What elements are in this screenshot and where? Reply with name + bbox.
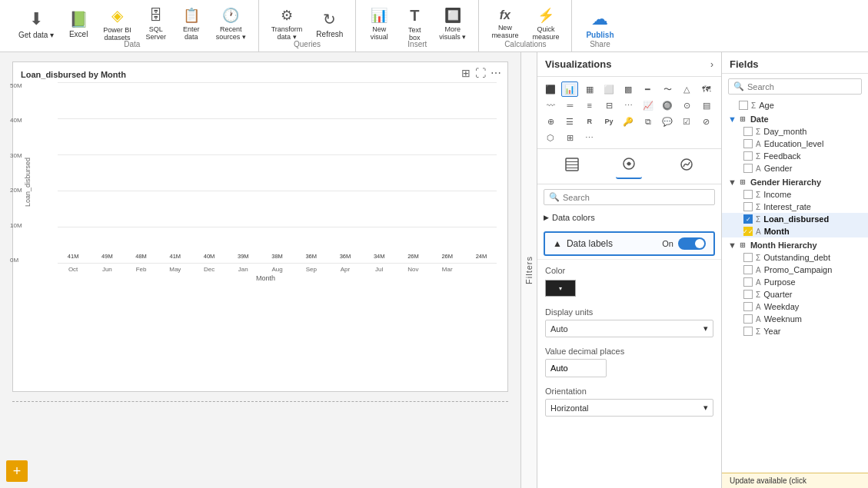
fields-search-box[interactable]: 🔍 xyxy=(728,78,862,95)
viz-icon-18[interactable]: ⊕ xyxy=(542,114,559,129)
field-checkbox-age[interactable] xyxy=(739,101,748,110)
field-checkbox-income[interactable] xyxy=(743,190,753,199)
viz-icon-21[interactable]: Py xyxy=(600,114,617,129)
transform-data-button[interactable]: ⚙ Transformdata ▾ xyxy=(265,5,309,43)
viz-icon-2[interactable]: ▦ xyxy=(581,81,598,97)
field-item-month[interactable]: ✓ A Month xyxy=(722,225,868,237)
field-item-outstanding[interactable]: Σ Outstanding_debt xyxy=(722,251,868,264)
viz-icon-9[interactable]: 〰 xyxy=(542,98,559,113)
viz-search-input[interactable] xyxy=(563,193,710,202)
viz-icon-0[interactable]: ⬛ xyxy=(542,81,559,97)
viz-icon-12[interactable]: ⊟ xyxy=(600,98,617,113)
new-visual-button[interactable]: 📊 Newvisual xyxy=(362,5,396,43)
get-data-button[interactable]: ⬇ Get data ▾ xyxy=(12,5,60,43)
viz-icon-15[interactable]: 🔘 xyxy=(659,98,676,113)
viz-icon-1[interactable]: 📊 xyxy=(561,81,578,97)
data-labels-chevron: ▲ xyxy=(553,238,562,249)
field-checkbox-interest[interactable] xyxy=(743,202,753,211)
viz-icon-26[interactable]: ⊘ xyxy=(698,114,715,129)
field-item-age[interactable]: Σ Age xyxy=(722,99,868,111)
viz-icon-8[interactable]: 🗺 xyxy=(698,81,715,97)
field-checkbox-outstanding[interactable] xyxy=(743,253,753,262)
field-checkbox-weeknum[interactable] xyxy=(743,314,753,324)
field-checkbox-gender[interactable] xyxy=(743,164,753,173)
field-item-feedback[interactable]: Σ Feedback xyxy=(722,150,868,162)
data-labels-toggle-switch[interactable] xyxy=(678,237,706,250)
viz-icon-23[interactable]: ⧉ xyxy=(640,114,657,129)
viz-icon-13[interactable]: ⋯ xyxy=(620,98,637,113)
viz-icon-24[interactable]: 💬 xyxy=(659,114,676,129)
field-checkbox-quarter[interactable] xyxy=(743,290,753,299)
field-checkbox-purpose[interactable] xyxy=(743,277,753,287)
add-page-button[interactable]: + xyxy=(6,460,28,482)
field-item-weeknum[interactable]: A Weeknum xyxy=(722,313,868,325)
viz-icon-5[interactable]: ━ xyxy=(640,81,657,97)
field-item-loan[interactable]: Σ Loan_disbursed xyxy=(722,213,868,225)
data-colors-header[interactable]: ▶ Data colors xyxy=(544,213,715,222)
enter-data-button[interactable]: 📋 Enterdata xyxy=(175,5,208,43)
tab-fields[interactable] xyxy=(559,154,585,178)
color-swatch[interactable]: ▾ xyxy=(545,280,576,297)
viz-icon-4[interactable]: ▩ xyxy=(620,81,637,97)
viz-icon-11[interactable]: ≡ xyxy=(581,98,598,113)
field-item-income[interactable]: Σ Income xyxy=(722,188,868,201)
fields-search-input[interactable] xyxy=(747,82,856,91)
viz-icon-29[interactable]: ⋯ xyxy=(581,130,598,145)
recent-sources-button[interactable]: 🕐 Recentsources ▾ xyxy=(210,5,252,43)
section-gender-hierarchy[interactable]: ▼ ⊞ Gender Hierarchy xyxy=(722,174,868,188)
refresh-button[interactable]: ↻ Refresh xyxy=(310,5,349,43)
viz-panel-arrow[interactable]: › xyxy=(710,59,713,70)
viz-search-box[interactable]: 🔍 xyxy=(544,189,715,205)
quick-measure-button[interactable]: ⚡ Quickmeasure xyxy=(526,5,565,43)
field-item-day-month[interactable]: Σ Day_month xyxy=(722,125,868,138)
text-box-button[interactable]: T Textbox xyxy=(397,5,431,43)
viz-icon-27[interactable]: ⬡ xyxy=(542,130,559,145)
viz-icon-25[interactable]: ☑ xyxy=(678,114,695,129)
publish-button[interactable]: ☁ Publish xyxy=(578,5,621,43)
excel-button[interactable]: 📗 Excel xyxy=(62,5,95,43)
viz-icon-14[interactable]: 📈 xyxy=(640,98,657,113)
viz-icon-6[interactable]: 〜 xyxy=(659,81,676,97)
field-item-weekday[interactable]: A Weekday xyxy=(722,300,868,313)
tab-analytics[interactable] xyxy=(673,154,700,178)
focus-icon[interactable]: ⛶ xyxy=(475,67,486,79)
sql-server-button[interactable]: 🗄 SQLServer xyxy=(139,5,173,43)
section-date[interactable]: ▼ ⊞ Date xyxy=(722,111,868,125)
field-item-gender[interactable]: A Gender xyxy=(722,162,868,174)
viz-icon-19[interactable]: ☰ xyxy=(561,114,578,129)
section-month-hierarchy[interactable]: ▼ ⊞ Month Hierarchy xyxy=(722,237,868,251)
viz-icon-7[interactable]: △ xyxy=(678,81,695,97)
field-checkbox-feedback[interactable] xyxy=(743,151,753,161)
display-units-select[interactable]: Auto ▾ xyxy=(545,320,713,337)
field-checkbox-weekday[interactable] xyxy=(743,302,753,311)
field-checkbox-month[interactable]: ✓ xyxy=(743,227,753,236)
filters-panel[interactable]: Filters xyxy=(520,52,537,488)
field-item-year[interactable]: Σ Year xyxy=(722,325,868,337)
viz-icon-22[interactable]: 🔑 xyxy=(620,114,637,129)
field-checkbox-day-month[interactable] xyxy=(743,127,753,136)
field-checkbox-promo[interactable] xyxy=(743,265,753,274)
field-checkbox-education[interactable] xyxy=(743,139,753,148)
update-bar[interactable]: Update available (click xyxy=(722,473,868,488)
viz-icon-17[interactable]: ▤ xyxy=(698,98,715,113)
new-measure-button[interactable]: fx Newmeasure xyxy=(485,5,524,43)
field-item-quarter[interactable]: Σ Quarter xyxy=(722,288,868,300)
power-bi-datasets-button[interactable]: ◈ Power BIdatasets xyxy=(97,5,138,43)
orientation-select[interactable]: Horizontal ▾ xyxy=(545,399,713,417)
more-options-icon[interactable]: ⋯ xyxy=(491,67,501,79)
more-visuals-button[interactable]: 🔲 Morevisuals ▾ xyxy=(433,5,472,43)
field-item-promo[interactable]: A Promo_Campaign xyxy=(722,264,868,276)
field-item-purpose[interactable]: A Purpose xyxy=(722,276,868,288)
field-checkbox-year[interactable] xyxy=(743,327,753,336)
filter-icon[interactable]: ⊞ xyxy=(461,67,471,79)
field-item-interest[interactable]: Σ Interest_rate xyxy=(722,201,868,213)
viz-icon-20[interactable]: R xyxy=(581,114,598,129)
decimal-places-field[interactable] xyxy=(546,361,607,375)
viz-icon-16[interactable]: ⊙ xyxy=(678,98,695,113)
field-item-education[interactable]: A Education_level xyxy=(722,138,868,150)
tab-format[interactable] xyxy=(616,154,642,179)
viz-icon-3[interactable]: ⬜ xyxy=(600,81,617,97)
viz-icon-10[interactable]: ═ xyxy=(561,98,578,113)
field-checkbox-loan[interactable] xyxy=(743,214,753,224)
viz-icon-28[interactable]: ⊞ xyxy=(561,130,578,145)
